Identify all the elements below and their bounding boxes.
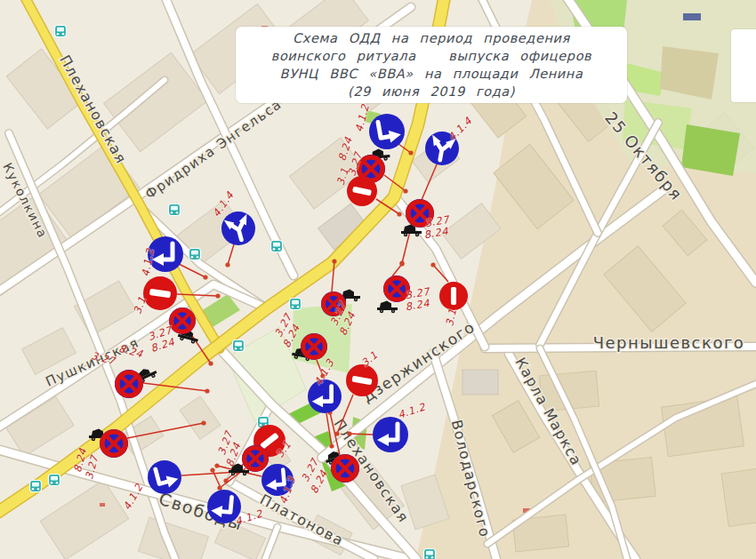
leader-dot — [430, 262, 435, 267]
leader-dot — [408, 150, 413, 155]
sign-no-entry — [439, 282, 468, 310]
bus-stop-icon — [169, 204, 181, 216]
leader-dot — [329, 443, 334, 448]
map-schematic: ПлехановскаяКуколкинаФридриха ЭнгельсаПу… — [0, 0, 756, 559]
bus-stop-icon — [424, 549, 436, 559]
bus-stop-icon — [189, 249, 201, 260]
leader-dot — [217, 485, 221, 490]
park-green-area — [681, 124, 740, 176]
bus-stop-icon — [233, 340, 245, 352]
leader-dot — [210, 467, 214, 472]
leader-line — [350, 434, 373, 435]
cropped-label-box — [731, 29, 756, 102]
leader-dot — [399, 261, 404, 266]
leader-dot — [208, 361, 213, 365]
leader-dot — [214, 463, 219, 467]
leader-dot — [332, 259, 336, 263]
leader-dot — [397, 212, 401, 216]
title-line-4: (29 июня 2019 года) — [348, 83, 515, 100]
sign-mandatory-direction — [148, 460, 181, 494]
bus-stop-icon — [290, 299, 302, 310]
sign-no-stopping — [169, 307, 196, 334]
leader-dot — [205, 388, 209, 393]
bus-stop-icon — [30, 481, 42, 492]
sign-mandatory-direction — [308, 379, 342, 413]
sign-no-stopping — [331, 454, 359, 483]
sign-no-stopping — [100, 429, 128, 458]
sign-mandatory-direction — [373, 417, 408, 452]
street-label: Чернышевского — [593, 333, 745, 352]
bus-stop-icon — [55, 26, 67, 37]
sign-no-entry — [346, 364, 378, 396]
title-box: Схема ОДД на период проведения воинского… — [236, 27, 627, 103]
sign-no-entry — [143, 276, 177, 310]
title-line-3: ВУНЦ ВВС «ВВА» на площади Ленина — [280, 65, 583, 83]
sign-no-stopping — [115, 370, 143, 398]
building-block — [462, 370, 498, 395]
bus-stop-icon — [271, 241, 283, 252]
leader-dot — [347, 431, 351, 435]
leader-dot — [334, 431, 339, 435]
title-line-1: Схема ОДД на период проведения — [293, 29, 570, 47]
leader-dot — [403, 188, 407, 193]
sign-no-entry — [347, 176, 377, 206]
leader-dot — [225, 262, 229, 267]
leader-dot — [215, 293, 220, 298]
sign-no-stopping — [242, 445, 269, 472]
poi-building — [100, 503, 105, 507]
sign-no-stopping — [301, 333, 327, 360]
sign-mandatory-direction — [369, 114, 405, 149]
leader-dot — [203, 275, 207, 279]
poi-building — [683, 13, 701, 20]
sign-mandatory-direction — [221, 212, 255, 245]
title-line-2: воинского ритуала выпуска офицеров — [271, 47, 592, 65]
leader-dot — [201, 420, 205, 425]
bus-stop-icon — [49, 475, 60, 486]
